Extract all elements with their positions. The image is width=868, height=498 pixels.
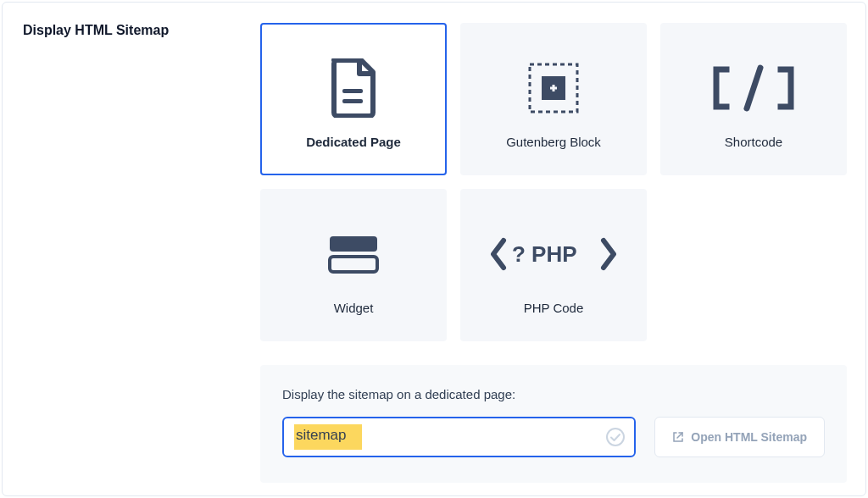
svg-rect-0 (342, 89, 363, 93)
tile-label: Gutenberg Block (506, 135, 601, 149)
settings-panel: Display HTML Sitemap Dedicated Page (2, 2, 866, 496)
section-content: Dedicated Page Gutenberg Block (260, 23, 847, 475)
tile-label: Widget (334, 301, 374, 315)
section-title: Display HTML Sitemap (23, 23, 260, 38)
svg-point-9 (607, 429, 624, 445)
tile-label: Dedicated Page (306, 135, 401, 149)
tile-shortcode[interactable]: Shortcode (660, 23, 847, 175)
tile-php-code[interactable]: ? PHP PHP Code (460, 189, 647, 341)
svg-rect-7 (330, 257, 377, 272)
check-circle-icon (605, 427, 626, 447)
php-icon: ? PHP (490, 216, 617, 292)
settings-row: sitemap Open HTML Site (282, 417, 825, 457)
tile-label: PHP Code (524, 301, 584, 315)
open-html-sitemap-button[interactable]: Open HTML Sitemap (654, 417, 825, 457)
tile-gutenberg-block[interactable]: Gutenberg Block (460, 23, 647, 175)
display-mode-tiles: Dedicated Page Gutenberg Block (260, 23, 847, 341)
svg-rect-1 (342, 99, 363, 103)
open-button-label: Open HTML Sitemap (691, 430, 807, 444)
svg-text:? PHP: ? PHP (512, 241, 577, 267)
sitemap-slug-input[interactable] (282, 417, 636, 457)
svg-rect-5 (553, 85, 555, 91)
tile-widget[interactable]: Widget (260, 189, 447, 341)
page-icon (329, 50, 378, 126)
tile-label: Shortcode (725, 135, 782, 149)
settings-description: Display the sitemap on a dedicated page: (282, 387, 825, 401)
dedicated-page-settings: Display the sitemap on a dedicated page:… (260, 365, 847, 483)
external-link-icon (672, 431, 684, 443)
shortcode-icon (709, 50, 798, 126)
block-icon (523, 50, 584, 126)
svg-rect-6 (330, 236, 377, 252)
tile-dedicated-page[interactable]: Dedicated Page (260, 23, 447, 175)
widget-icon (326, 216, 381, 292)
section-label-column: Display HTML Sitemap (23, 23, 260, 475)
sitemap-slug-input-wrap: sitemap (282, 417, 636, 457)
